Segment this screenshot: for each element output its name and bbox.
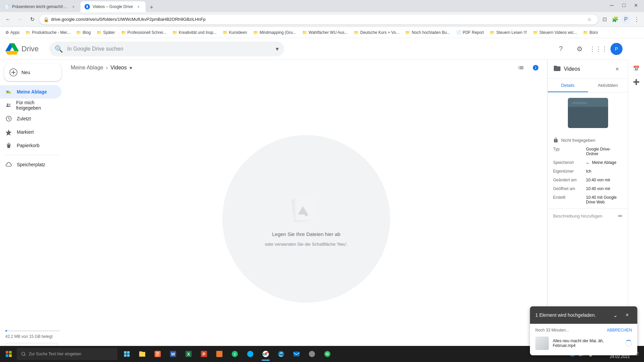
- tab-1-close[interactable]: ×: [70, 4, 76, 10]
- toast-cancel-button[interactable]: ABBRECHEN: [607, 328, 632, 333]
- taskbar-app-6[interactable]: [212, 347, 227, 361]
- drive-small-icon: [586, 160, 591, 165]
- new-tab-button[interactable]: +: [147, 3, 156, 12]
- breadcrumb-meine-ablage[interactable]: Meine Ablage: [71, 65, 103, 71]
- svg-point-3: [7, 104, 8, 105]
- new-button[interactable]: Neu: [4, 64, 61, 81]
- bookmark-pdf[interactable]: 📄 PDF Report: [453, 29, 486, 36]
- info-button[interactable]: [530, 62, 542, 74]
- toast-progress-row: Noch 33 Minuten... ABBRECHEN: [530, 326, 637, 334]
- settings-button[interactable]: ⚙: [573, 42, 586, 56]
- svg-rect-11: [9, 351, 12, 354]
- back-button[interactable]: ←: [3, 14, 13, 25]
- breadcrumb-dropdown-button[interactable]: ▾: [129, 65, 132, 71]
- list-view-button[interactable]: [515, 62, 527, 74]
- bookmark-apps[interactable]: ⚙ Apps: [3, 29, 22, 36]
- url-bar[interactable]: 🔒 drive.google.com/drive/u/0/folders/1IW…: [39, 14, 598, 25]
- taskbar-excel-btn[interactable]: X: [181, 347, 196, 361]
- bookmark-kreativität[interactable]: 📁 Kreativität und Insp...: [170, 29, 219, 36]
- svg-rect-15: [124, 351, 127, 354]
- bookmark-steuern-videos[interactable]: 📁 Steuern Videos wic...: [530, 29, 580, 36]
- bookmark-star-button[interactable]: ☆: [585, 15, 594, 24]
- taskbar-search[interactable]: Zur Suche Text hier eingeben: [17, 348, 117, 360]
- address-bar: ← → ↻ 🔒 drive.google.com/drive/u/0/folde…: [0, 12, 644, 27]
- tab-1[interactable]: 📄 Präsentieren leicht gemacht! – G... ×: [0, 1, 80, 12]
- tab-details[interactable]: Details: [548, 79, 588, 92]
- extensions-button[interactable]: 🧩: [610, 15, 620, 24]
- bookmark-kursideen[interactable]: 📁 Kursideen: [220, 29, 250, 36]
- minimize-button[interactable]: ─: [606, 0, 617, 11]
- info-label-eigentümer: Eigentümer: [553, 169, 583, 174]
- bookmark-folder-icon-9: 📁: [354, 30, 359, 35]
- breadcrumb-videos[interactable]: Videos: [110, 65, 127, 71]
- user-avatar[interactable]: P: [610, 43, 623, 55]
- start-button[interactable]: [1, 347, 16, 361]
- bookmark-büro[interactable]: 📁 Büro: [580, 29, 600, 36]
- taskbar-word-btn[interactable]: W: [166, 347, 180, 361]
- reload-button[interactable]: ↻: [27, 14, 38, 25]
- bookmark-steuern[interactable]: 📁 Steuern Lesen !!!: [487, 29, 529, 36]
- info-label-geändert: Geändert am: [553, 178, 583, 182]
- info-value-speicherort: Meine Ablage: [586, 160, 616, 165]
- sidebar-divider: [5, 155, 60, 155]
- taskbar-app-8[interactable]: [243, 347, 258, 361]
- sidebar-item-papierkorb[interactable]: Papierkorb: [0, 139, 61, 152]
- description-text: Beschreibung hinzufügen: [553, 214, 602, 219]
- search-dropdown-icon[interactable]: ▾: [276, 45, 279, 53]
- right-btn-2[interactable]: ➕: [630, 76, 642, 88]
- maximize-button[interactable]: □: [619, 0, 629, 11]
- bookmark-wahlfächer[interactable]: 📁 Wahlfächer WU Aus...: [300, 29, 351, 36]
- drive-logo[interactable]: Drive: [5, 43, 39, 55]
- url-text: drive.google.com/drive/u/0/folders/1IWWc…: [51, 17, 585, 22]
- bookmark-hochladen[interactable]: 📁 Noch hochladen Bu...: [402, 29, 453, 36]
- svg-rect-13: [9, 354, 12, 357]
- bookmark-professionell[interactable]: 📁 Professionell Schrei...: [118, 29, 169, 36]
- taskbar-app-7[interactable]: f: [227, 347, 242, 361]
- sidebar-item-zuletzt[interactable]: Zuletzt: [0, 112, 61, 125]
- toast-minimize-button[interactable]: ⌄: [610, 310, 620, 320]
- bookmark-später[interactable]: 📁 Später: [94, 29, 117, 36]
- taskbar-app-10[interactable]: [305, 347, 319, 361]
- bookmark-blog[interactable]: 📁 Blog: [73, 29, 93, 36]
- search-bar[interactable]: 🔍 In Google Drive suchen ▾: [49, 42, 284, 56]
- menu-button[interactable]: ⋮: [632, 15, 641, 24]
- bookmark-mindmapping[interactable]: 📁 Mindmapping (Gru...: [251, 29, 299, 36]
- taskbar-app-9[interactable]: [289, 347, 304, 361]
- bookmark-produktsuche[interactable]: 📁 Produktsuche - Mer...: [23, 29, 73, 36]
- tab-2-close[interactable]: ×: [136, 4, 142, 10]
- sidebar-item-freigegeben[interactable]: Für mich freigegeben: [0, 99, 61, 112]
- taskbar-spotify-btn[interactable]: [320, 347, 335, 361]
- sidebar-item-speicherplatz[interactable]: Speicherplatz: [0, 158, 61, 171]
- help-button[interactable]: ?: [554, 42, 568, 56]
- empty-circle: Legen Sie Ihre Dateien hier ab oder verw…: [222, 135, 390, 303]
- bookmark-deutsche[interactable]: 📁 Deutsche Kurs + Vo...: [351, 29, 402, 36]
- panel-close-button[interactable]: ×: [612, 64, 623, 74]
- svg-rect-8: [296, 196, 316, 220]
- taskbar-ppt-btn[interactable]: P: [197, 347, 211, 361]
- right-btn-1[interactable]: 📅: [630, 62, 642, 74]
- star-icon: [5, 129, 12, 135]
- taskbar-task-view[interactable]: [119, 347, 134, 361]
- taskbar-app-2[interactable]: [150, 347, 165, 361]
- empty-title: Legen Sie Ihre Dateien hier ab: [272, 231, 340, 237]
- cast-button[interactable]: ⊡: [600, 15, 609, 24]
- tab-1-title: Präsentieren leicht gemacht! – G...: [12, 4, 68, 9]
- sidebar-item-markiert[interactable]: Markiert: [0, 125, 61, 139]
- tab-2[interactable]: Videos – Google Drive ×: [80, 1, 146, 12]
- taskbar-file-explorer-btn[interactable]: [135, 347, 150, 361]
- apps-grid-button[interactable]: ⋮⋮⋮: [592, 42, 605, 56]
- panel-shared-status: Nicht freigegeben: [548, 133, 628, 147]
- edit-description-button[interactable]: ✏: [618, 213, 623, 219]
- taskbar-chrome-btn[interactable]: [258, 347, 273, 361]
- forward-button[interactable]: →: [15, 14, 25, 25]
- storage-bar-background: [5, 330, 60, 331]
- info-row-speicherort: Speicherort Meine Ablage: [553, 160, 623, 165]
- sidebar-item-meine-ablage[interactable]: Meine Ablage: [0, 85, 61, 99]
- profile-button[interactable]: P: [621, 15, 631, 24]
- tab-aktivitäten[interactable]: Aktivitäten: [588, 79, 628, 92]
- taskbar-edge-btn[interactable]: [274, 347, 288, 361]
- toast-close-button[interactable]: ×: [623, 310, 632, 320]
- upload-toast: 1 Element wird hochgeladen. ⌄ × Noch 33 …: [530, 306, 637, 355]
- close-window-button[interactable]: ×: [631, 0, 641, 11]
- info-label-typ: Typ: [553, 147, 583, 156]
